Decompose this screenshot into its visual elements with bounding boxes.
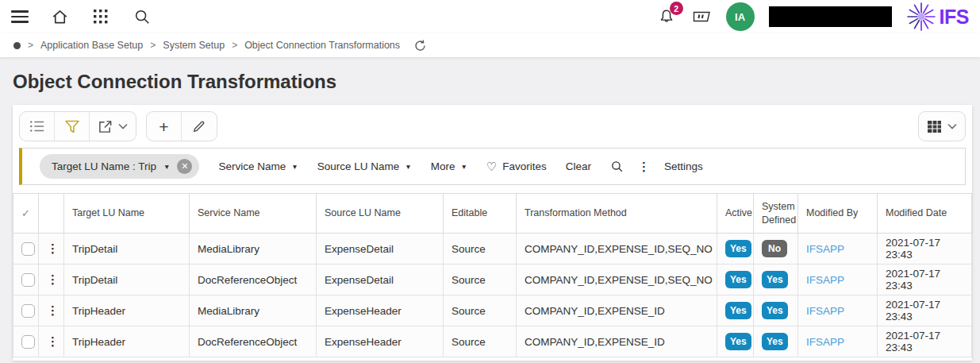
column-header-modified-by[interactable]: Modified By xyxy=(798,194,878,234)
caret-down-icon: ▼ xyxy=(405,163,411,171)
filter-dropdown-service-name[interactable]: Service Name ▼ xyxy=(218,160,298,172)
home-icon[interactable] xyxy=(49,6,70,27)
favorites-button[interactable]: ♡ Favorites xyxy=(486,160,547,174)
notifications-bell-icon[interactable]: 2 xyxy=(656,6,677,27)
cell-transformation-method: COMPANY_ID,EXPENSE_ID,SEQ_NO xyxy=(517,234,717,265)
chevron-down-icon xyxy=(118,123,128,129)
filter-toggle-button[interactable] xyxy=(55,112,90,141)
settings-label: Settings xyxy=(664,160,703,172)
row-kebab-icon[interactable]: ⋮ xyxy=(47,334,59,348)
row-kebab-icon[interactable]: ⋮ xyxy=(47,303,59,317)
notification-count-badge: 2 xyxy=(670,2,683,15)
filter-more-options-kebab-icon[interactable]: ⋮ xyxy=(638,160,650,174)
breadcrumb-separator: > xyxy=(232,40,237,51)
table-row[interactable]: ⋮ TripHeader MediaLibrary ExpenseHeader … xyxy=(13,295,972,326)
cell-target-lu-name: TripHeader xyxy=(64,295,190,326)
filter-dropdown-more[interactable]: More ▼ xyxy=(431,160,467,172)
column-header-system-defined[interactable]: System Defined xyxy=(754,194,798,234)
app-launcher-icon[interactable] xyxy=(90,6,111,27)
active-badge: Yes xyxy=(725,333,751,350)
cell-modified-date: 2021-07-17 23:43 xyxy=(878,326,972,357)
edit-record-button[interactable] xyxy=(182,112,217,141)
modified-by-link[interactable]: IFSAPP xyxy=(806,274,844,286)
select-all-check-icon[interactable]: ✓ xyxy=(21,207,30,219)
system-defined-badge: No xyxy=(762,240,787,257)
breadcrumb-item-system-setup[interactable]: System Setup xyxy=(163,40,225,51)
cell-editable: Source xyxy=(444,234,517,265)
page-title: Object Connection Transformations xyxy=(13,71,967,93)
active-badge: Yes xyxy=(725,302,751,319)
cell-target-lu-name: TripHeader xyxy=(64,326,190,357)
caret-down-icon[interactable]: ▼ xyxy=(163,163,170,171)
cell-source-lu-name: ExpenseDetail xyxy=(317,234,444,265)
search-icon[interactable] xyxy=(132,6,152,27)
breadcrumb-root-dot[interactable] xyxy=(13,42,21,49)
favorites-label: Favorites xyxy=(502,160,547,172)
add-record-button[interactable]: + xyxy=(147,112,182,141)
column-header-target-lu-name[interactable]: Target LU Name xyxy=(64,194,190,234)
export-icon xyxy=(98,119,113,134)
table-row[interactable]: ⋮ TripDetail MediaLibrary ExpenseDetail … xyxy=(13,234,972,265)
list-icon xyxy=(29,119,45,133)
column-header-transformation-method[interactable]: Transformation Method xyxy=(517,194,717,234)
settings-button[interactable]: Settings xyxy=(664,160,703,172)
cell-service-name: DocReferenceObject xyxy=(190,265,317,295)
cell-service-name: MediaLibrary xyxy=(190,234,317,265)
cell-service-name: DocReferenceObject xyxy=(190,326,317,357)
breadcrumb: > Application Base Setup > System Setup … xyxy=(0,33,980,57)
breadcrumb-item-application-base-setup[interactable]: Application Base Setup xyxy=(40,40,143,51)
ifs-brand-text: IFS xyxy=(940,6,969,29)
list-view-button[interactable] xyxy=(20,112,55,141)
column-header-source-lu-name[interactable]: Source LU Name xyxy=(317,194,444,234)
cell-service-name: MediaLibrary xyxy=(190,295,317,326)
cell-editable: Source xyxy=(444,295,517,326)
modified-by-link[interactable]: IFSAPP xyxy=(806,305,844,317)
cell-modified-date: 2021-07-17 23:43 xyxy=(878,234,972,265)
system-defined-badge: Yes xyxy=(762,302,788,319)
cell-editable: Source xyxy=(444,265,517,295)
heart-icon: ♡ xyxy=(486,160,497,174)
column-header-active[interactable]: Active xyxy=(717,194,754,234)
row-checkbox[interactable] xyxy=(21,304,35,318)
cell-target-lu-name: TripDetail xyxy=(64,234,190,265)
menu-icon[interactable] xyxy=(11,10,29,23)
row-checkbox[interactable] xyxy=(21,273,35,287)
cell-modified-date: 2021-07-17 23:43 xyxy=(878,265,972,295)
ifs-pinwheel-icon xyxy=(906,2,936,32)
feedback-icon[interactable] xyxy=(691,6,712,27)
modified-by-link[interactable]: IFSAPP xyxy=(806,336,844,348)
filter-dropdown-source-lu-name[interactable]: Source LU Name ▼ xyxy=(317,160,412,172)
column-header-service-name[interactable]: Service Name xyxy=(190,194,317,234)
row-checkbox[interactable] xyxy=(21,335,35,349)
row-checkbox[interactable] xyxy=(21,242,35,256)
active-badge: Yes xyxy=(725,240,751,257)
export-button[interactable] xyxy=(90,112,136,141)
table-row[interactable]: ⋮ TripDetail DocReferenceObject ExpenseD… xyxy=(13,265,972,295)
cell-editable: Source xyxy=(444,326,517,357)
content-card: + Target LU Name : Trip ▼ ✕ Service Name… xyxy=(13,105,972,361)
row-kebab-icon[interactable]: ⋮ xyxy=(47,272,59,286)
row-kebab-icon[interactable]: ⋮ xyxy=(47,241,59,255)
remove-filter-icon[interactable]: ✕ xyxy=(177,159,192,174)
table-view-icon xyxy=(927,120,942,133)
cell-source-lu-name: ExpenseDetail xyxy=(317,265,444,295)
avatar[interactable]: IA xyxy=(726,2,755,31)
kebab-icon: ⋮ xyxy=(638,160,650,174)
column-header-editable[interactable]: Editable xyxy=(444,194,517,234)
filter-search-icon[interactable] xyxy=(610,160,624,173)
ifs-logo: IFS xyxy=(906,2,969,32)
clear-filters-button[interactable]: Clear xyxy=(566,160,591,172)
filter-chip-target-lu-name[interactable]: Target LU Name : Trip ▼ ✕ xyxy=(40,154,199,179)
view-selector-button[interactable] xyxy=(919,112,965,141)
table-row[interactable]: ⋮ TripHeader DocReferenceObject ExpenseH… xyxy=(13,326,972,357)
cell-transformation-method: COMPANY_ID,EXPENSE_ID,SEQ_NO xyxy=(517,265,717,295)
column-header-modified-date[interactable]: Modified Date xyxy=(878,194,972,234)
cell-target-lu-name: TripDetail xyxy=(64,265,190,295)
cell-transformation-method: COMPANY_ID,EXPENSE_ID xyxy=(517,295,717,326)
caret-down-icon: ▼ xyxy=(460,163,467,171)
breadcrumb-item-current[interactable]: Object Connection Transformations xyxy=(244,40,400,51)
refresh-icon[interactable] xyxy=(413,39,427,52)
cell-transformation-method: COMPANY_ID,EXPENSE_ID xyxy=(517,326,717,357)
system-defined-badge: Yes xyxy=(762,271,788,288)
modified-by-link[interactable]: IFSAPP xyxy=(806,243,844,255)
